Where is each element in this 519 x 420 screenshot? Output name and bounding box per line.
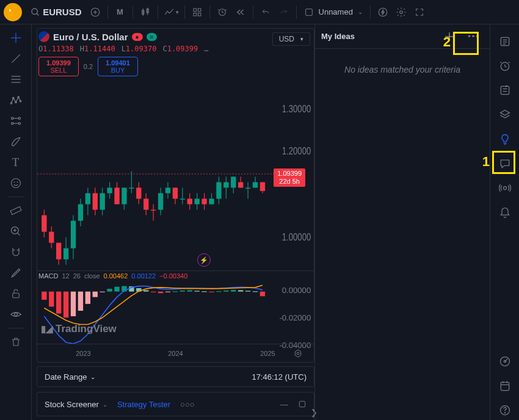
symbol-title[interactable]: Euro / U.S. Dollar [53, 32, 128, 42]
svg-point-29 [18, 117, 20, 119]
magnet-tool[interactable] [6, 242, 26, 262]
ruler-tool[interactable] [6, 201, 26, 220]
svg-rect-55 [64, 248, 68, 259]
templates-button[interactable] [189, 4, 206, 21]
pattern-tool[interactable] [6, 90, 26, 110]
redo-button[interactable] [275, 4, 292, 21]
chart-type-button[interactable] [137, 4, 154, 21]
sell-button[interactable]: 1.09399 SELL [38, 57, 79, 76]
svg-rect-93 [201, 199, 206, 205]
fullscreen-button[interactable] [411, 4, 428, 21]
svg-line-19 [12, 54, 20, 62]
zoom-tool[interactable] [6, 222, 26, 241]
interval-button[interactable]: M [112, 4, 129, 21]
avatar[interactable] [4, 3, 22, 21]
hide-tool[interactable] [6, 305, 26, 324]
right-toolbar [490, 24, 519, 420]
svg-rect-123 [114, 287, 119, 292]
svg-text:0.00000: 0.00000 [282, 286, 311, 295]
help-button[interactable] [495, 400, 515, 420]
minimize-button[interactable]: — [280, 400, 288, 409]
tradingview-logo[interactable]: ▮◢ TradingView [41, 323, 117, 335]
clock[interactable]: 17:46:12 (UTC) [252, 372, 307, 382]
svg-rect-128 [151, 292, 156, 292]
svg-rect-97 [216, 183, 221, 199]
ideas-panel: My Ideas ••• No ideas matched your crite… [314, 24, 490, 420]
settings-button[interactable] [393, 4, 410, 21]
undo-button[interactable] [257, 4, 274, 21]
chat-button[interactable] [495, 154, 515, 173]
svg-rect-131 [173, 291, 178, 292]
svg-rect-69 [114, 188, 119, 205]
alerts-button[interactable] [495, 56, 515, 76]
svg-rect-85 [173, 188, 178, 199]
time-axis[interactable]: 2023 2024 2025 [37, 344, 314, 362]
svg-rect-73 [129, 188, 134, 189]
gauge-button[interactable] [495, 352, 515, 371]
svg-rect-135 [201, 291, 206, 292]
svg-rect-67 [107, 188, 112, 194]
spread-value: 0.2 [84, 63, 93, 70]
svg-rect-11 [194, 13, 197, 16]
layers-button[interactable] [495, 105, 515, 125]
svg-rect-101 [231, 177, 236, 188]
watchlist-button[interactable] [495, 32, 515, 51]
maximize-button[interactable] [298, 400, 307, 408]
symbol-search[interactable]: EURUSD [27, 7, 85, 17]
fib-tool[interactable] [6, 70, 26, 89]
svg-rect-10 [198, 9, 201, 12]
replay-button[interactable] [232, 4, 249, 21]
stream-button[interactable] [495, 178, 515, 198]
axis-settings-icon[interactable] [293, 349, 303, 358]
svg-marker-144 [295, 350, 300, 357]
text-tool[interactable]: T [6, 153, 26, 172]
svg-rect-89 [187, 199, 192, 205]
add-idea-button[interactable] [440, 27, 459, 46]
lock-tool[interactable] [6, 284, 26, 303]
calendar-button[interactable] [495, 376, 515, 396]
svg-rect-114 [49, 292, 54, 307]
lock-drawing-tool[interactable] [6, 263, 26, 283]
fullscreen-icon [415, 7, 424, 17]
stock-screener-tab[interactable]: Stock Screener⌄ [45, 400, 107, 409]
svg-rect-71 [122, 188, 126, 205]
flash-icon[interactable]: ⚡ [197, 253, 211, 267]
layout-name[interactable]: Unnamed ⌄ [300, 7, 366, 17]
prediction-tool[interactable] [6, 111, 26, 131]
add-symbol-button[interactable] [87, 4, 104, 21]
notifications-button[interactable] [495, 203, 515, 222]
date-range-button[interactable]: Date Range ⌄ [45, 372, 95, 382]
crosshair-tool[interactable] [6, 28, 26, 48]
top-toolbar: EURUSD M ▾ Unnamed ⌄ [0, 0, 519, 24]
svg-rect-141 [245, 291, 250, 291]
brush-tool[interactable] [6, 132, 26, 151]
quick-search-button[interactable] [374, 4, 391, 21]
hotlist-button[interactable] [495, 81, 515, 100]
svg-text:-0.02000: -0.02000 [279, 313, 311, 322]
unit-select[interactable]: USD▾ [272, 32, 310, 46]
svg-point-30 [11, 123, 13, 125]
price-chart[interactable]: 1.09399 22d 5h 1.30000 1.20000 1.00000 ⚡ [37, 78, 314, 270]
market-status-dot: ● [132, 33, 143, 41]
alert-button[interactable] [214, 4, 231, 21]
indicators-button[interactable]: ▾ [162, 4, 181, 21]
macd-pane[interactable]: MACD 12 26 close 0.00462 0.00122 −0.0034… [37, 270, 314, 344]
svg-text:1.30000: 1.30000 [282, 104, 311, 114]
trendline-tool[interactable] [6, 49, 26, 68]
svg-rect-75 [136, 188, 141, 199]
emoji-tool[interactable] [6, 173, 26, 193]
strategy-tester-tab[interactable]: Strategy Tester [117, 400, 170, 409]
pair-flag-icon [38, 31, 49, 42]
svg-rect-116 [64, 292, 68, 318]
svg-point-145 [297, 352, 299, 355]
buy-button[interactable]: 1.09401 BUY [98, 57, 138, 76]
svg-point-43 [14, 313, 17, 316]
panel-menu[interactable]: ○○○ [180, 400, 195, 409]
svg-point-166 [504, 413, 505, 413]
ideas-menu-button[interactable]: ••• [464, 27, 484, 46]
ideas-button[interactable] [495, 129, 515, 149]
svg-rect-12 [198, 13, 201, 16]
rewind-icon [236, 7, 245, 17]
trash-tool[interactable] [6, 332, 26, 352]
svg-line-1 [37, 13, 38, 15]
